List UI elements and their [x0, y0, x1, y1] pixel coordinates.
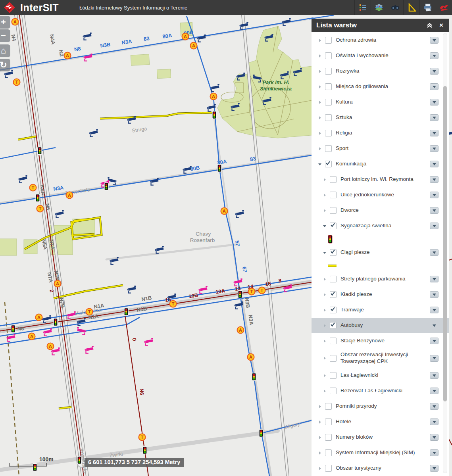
layer-checkbox[interactable] [325, 449, 332, 456]
expander-icon[interactable] [323, 193, 327, 197]
bus-stop-icon[interactable]: A [182, 33, 189, 40]
layer-row-o-wiata-i-wychowanie[interactable]: Oświata i wychowanie [312, 48, 449, 63]
layer-row-rezerwat-las-agiewnicki[interactable]: Rezerwat Las Łagiewnicki [312, 383, 449, 399]
layer-row-system-informacji-miejskiej-sim[interactable]: System Informacji Miejskiej (SIM) [312, 445, 449, 461]
expander-icon[interactable] [318, 466, 322, 470]
expander-icon[interactable] [323, 224, 327, 228]
layer-row-religia[interactable]: Religia [312, 125, 449, 141]
tram-stop-icon[interactable]: T [170, 301, 177, 307]
traffic-signal-icon[interactable] [143, 447, 147, 454]
bus-stop-icon[interactable]: A [64, 52, 71, 59]
bus-stop-icon[interactable]: A [66, 192, 73, 199]
layer-options-button[interactable] [430, 114, 439, 121]
layer-row-ulice-jednokierunkowe[interactable]: Ulice jednokierunkowe [312, 187, 449, 203]
layer-options-button[interactable] [430, 99, 439, 106]
layer-row-rozrywka[interactable]: Rozrywka [312, 63, 449, 79]
expander-icon[interactable] [323, 208, 327, 213]
expander-icon[interactable] [318, 404, 322, 409]
layer-checkbox[interactable] [325, 418, 332, 425]
expander-icon[interactable] [323, 277, 327, 281]
layer-checkbox[interactable] [325, 161, 332, 167]
layer-row-ochrona-zdrowia[interactable]: Ochrona zdrowia [312, 33, 449, 48]
layer-options-button[interactable] [430, 465, 439, 472]
layer-checkbox[interactable] [330, 322, 337, 329]
layer-options-button[interactable] [430, 223, 439, 229]
tram-stop-icon[interactable]: T [13, 79, 20, 86]
layer-options-button[interactable] [430, 276, 439, 282]
layer-options-button[interactable] [430, 372, 439, 379]
collapse-panel-icon[interactable] [423, 19, 435, 32]
print-button[interactable] [419, 0, 436, 15]
layers-button[interactable] [371, 0, 387, 15]
close-panel-icon[interactable]: × [435, 19, 447, 32]
expander-icon[interactable] [318, 54, 322, 58]
layer-row-port-lotniczy-im-w-reymonta[interactable]: Port lotniczy im. Wł. Reymonta [312, 172, 449, 187]
tram-stop-icon[interactable]: T [86, 309, 93, 315]
layer-options-button[interactable] [430, 207, 439, 214]
layer-options-button[interactable] [430, 322, 439, 329]
layer-checkbox[interactable] [325, 52, 332, 59]
layer-checkbox[interactable] [330, 372, 337, 379]
layer-row-pomniki-przyrody[interactable]: Pomniki przyrody [312, 399, 449, 414]
expander-icon[interactable] [318, 162, 322, 166]
layer-checkbox[interactable] [330, 207, 337, 214]
layer-options-button[interactable] [430, 249, 439, 256]
tram-stop-icon[interactable]: T [37, 205, 44, 212]
traffic-signal-icon[interactable] [217, 165, 221, 172]
layer-options-button[interactable] [430, 192, 439, 198]
layer-options-button[interactable] [430, 176, 439, 183]
previous-extent-button[interactable]: ↻ [0, 59, 10, 71]
layer-row-tramwaje[interactable]: Tramwaje [312, 302, 449, 318]
expander-icon[interactable] [323, 339, 327, 343]
expander-icon[interactable] [318, 420, 322, 424]
bus-stop-icon[interactable]: A [237, 327, 244, 334]
expander-icon[interactable] [323, 177, 327, 182]
layer-row-obszar-turystyczny[interactable]: Obszar turystyczny [312, 461, 449, 476]
tram-stop-icon[interactable]: T [30, 184, 37, 191]
layer-options-button[interactable] [430, 388, 439, 394]
layer-checkbox[interactable] [325, 130, 332, 136]
layer-options-button[interactable] [430, 161, 439, 167]
traffic-signal-icon[interactable] [36, 194, 40, 202]
bus-stop-icon[interactable]: A [221, 208, 228, 215]
traffic-signal-icon[interactable] [54, 319, 58, 326]
layer-checkbox[interactable] [325, 37, 332, 44]
layer-options-button[interactable] [430, 145, 439, 152]
layer-options-button[interactable] [430, 403, 439, 410]
layer-row-sygnalizacja-wietlna[interactable]: Sygnalizacja świetlna [312, 218, 449, 234]
search-button[interactable] [387, 0, 403, 15]
expander-icon[interactable] [318, 115, 322, 120]
layer-checkbox[interactable] [330, 291, 337, 298]
layer-row-obszar-rezerwacji-inwestycji-towarzysz-cej-cpk[interactable]: Obszar rezerwacji Inwestycji Towarzysząc… [312, 349, 449, 368]
layer-options-button[interactable] [430, 291, 439, 298]
home-button[interactable]: ⌂ [0, 44, 10, 57]
expander-icon[interactable] [323, 389, 327, 393]
traffic-signal-icon[interactable] [104, 183, 108, 190]
layer-checkbox[interactable] [330, 223, 337, 229]
layer-checkbox[interactable] [325, 434, 332, 441]
expander-icon[interactable] [318, 100, 322, 104]
traffic-signal-icon[interactable] [38, 147, 42, 155]
expander-icon[interactable] [318, 131, 322, 135]
lodz-logo-icon[interactable] [436, 0, 452, 15]
traffic-signal-icon[interactable] [124, 308, 128, 316]
layer-options-button[interactable] [430, 434, 439, 441]
layer-row-miejsca-do-grillowania[interactable]: Miejsca do grillowania [312, 79, 449, 94]
layer-checkbox[interactable] [330, 276, 337, 282]
layer-checkbox[interactable] [325, 99, 332, 106]
layer-row-sport[interactable]: Sport [312, 141, 449, 156]
layer-row-stacje-benzynowe[interactable]: Stacje Benzynowe [312, 333, 449, 349]
layer-row-sztuka[interactable]: Sztuka [312, 110, 449, 125]
layer-options-button[interactable] [430, 130, 439, 136]
layer-row-hotele[interactable]: Hotele [312, 414, 449, 430]
layer-options-button[interactable] [430, 68, 439, 75]
layer-checkbox[interactable] [330, 355, 337, 362]
layer-checkbox[interactable] [330, 388, 337, 394]
layer-checkbox[interactable] [330, 338, 337, 344]
layer-checkbox[interactable] [325, 465, 332, 472]
layer-checkbox[interactable] [325, 114, 332, 121]
bus-stop-icon[interactable]: A [248, 354, 254, 361]
bus-stop-icon[interactable]: A [54, 280, 61, 287]
traffic-signal-icon[interactable] [238, 291, 242, 298]
layer-row-las-agiewnicki[interactable]: Las Łagiewnicki [312, 368, 449, 383]
